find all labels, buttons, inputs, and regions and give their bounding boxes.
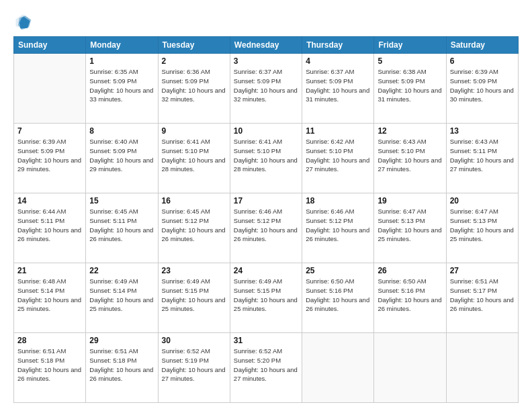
- day-info: Sunrise: 6:35 AM Sunset: 5:09 PM Dayligh…: [89, 67, 154, 104]
- weekday-header-wednesday: Wednesday: [230, 37, 302, 54]
- day-number: 16: [162, 196, 226, 205]
- day-number: 31: [234, 336, 298, 345]
- calendar-cell: 21Sunrise: 6:48 AM Sunset: 5:14 PM Dayli…: [14, 263, 86, 333]
- calendar-cell: 31Sunrise: 6:52 AM Sunset: 5:20 PM Dayli…: [230, 333, 302, 403]
- day-number: 14: [17, 196, 82, 205]
- day-number: 5: [378, 56, 442, 66]
- day-info: Sunrise: 6:46 AM Sunset: 5:12 PM Dayligh…: [306, 207, 370, 244]
- calendar-cell: 18Sunrise: 6:46 AM Sunset: 5:12 PM Dayli…: [302, 193, 374, 263]
- calendar-cell: 1Sunrise: 6:35 AM Sunset: 5:09 PM Daylig…: [86, 54, 158, 124]
- calendar-cell: 30Sunrise: 6:52 AM Sunset: 5:19 PM Dayli…: [158, 333, 230, 403]
- day-number: 9: [162, 126, 226, 136]
- day-number: 25: [306, 266, 370, 275]
- day-number: 30: [162, 336, 226, 345]
- calendar-cell: 15Sunrise: 6:45 AM Sunset: 5:11 PM Dayli…: [86, 193, 158, 263]
- weekday-header-thursday: Thursday: [302, 37, 374, 54]
- day-info: Sunrise: 6:49 AM Sunset: 5:15 PM Dayligh…: [234, 277, 298, 314]
- day-number: 21: [17, 266, 82, 275]
- calendar-cell: [446, 333, 518, 403]
- calendar-week-1: 7Sunrise: 6:39 AM Sunset: 5:09 PM Daylig…: [14, 124, 519, 193]
- calendar-cell: 19Sunrise: 6:47 AM Sunset: 5:13 PM Dayli…: [374, 193, 446, 263]
- day-number: 27: [450, 266, 515, 275]
- day-info: Sunrise: 6:39 AM Sunset: 5:09 PM Dayligh…: [450, 67, 515, 104]
- day-info: Sunrise: 6:51 AM Sunset: 5:18 PM Dayligh…: [17, 347, 82, 383]
- day-info: Sunrise: 6:43 AM Sunset: 5:10 PM Dayligh…: [378, 137, 442, 174]
- day-info: Sunrise: 6:52 AM Sunset: 5:19 PM Dayligh…: [162, 347, 226, 383]
- calendar-cell: [14, 54, 86, 124]
- calendar-cell: 2Sunrise: 6:36 AM Sunset: 5:09 PM Daylig…: [158, 54, 230, 124]
- calendar-cell: 24Sunrise: 6:49 AM Sunset: 5:15 PM Dayli…: [230, 263, 302, 333]
- day-info: Sunrise: 6:51 AM Sunset: 5:18 PM Dayligh…: [89, 347, 154, 383]
- page: SundayMondayTuesdayWednesdayThursdayFrid…: [0, 0, 532, 411]
- day-number: 11: [306, 126, 370, 136]
- day-number: 8: [89, 126, 154, 136]
- day-number: 12: [378, 126, 442, 136]
- calendar-week-2: 14Sunrise: 6:44 AM Sunset: 5:11 PM Dayli…: [14, 193, 519, 263]
- calendar-cell: 3Sunrise: 6:37 AM Sunset: 5:09 PM Daylig…: [230, 54, 302, 124]
- day-info: Sunrise: 6:40 AM Sunset: 5:09 PM Dayligh…: [89, 137, 154, 174]
- calendar-cell: 14Sunrise: 6:44 AM Sunset: 5:11 PM Dayli…: [14, 193, 86, 263]
- calendar-week-3: 21Sunrise: 6:48 AM Sunset: 5:14 PM Dayli…: [14, 263, 519, 333]
- day-info: Sunrise: 6:37 AM Sunset: 5:09 PM Dayligh…: [306, 67, 370, 104]
- calendar-cell: 29Sunrise: 6:51 AM Sunset: 5:18 PM Dayli…: [86, 333, 158, 403]
- day-number: 6: [450, 56, 515, 66]
- day-number: 23: [162, 266, 226, 275]
- calendar-cell: 25Sunrise: 6:50 AM Sunset: 5:16 PM Dayli…: [302, 263, 374, 333]
- calendar-cell: 9Sunrise: 6:41 AM Sunset: 5:10 PM Daylig…: [158, 124, 230, 193]
- day-info: Sunrise: 6:42 AM Sunset: 5:10 PM Dayligh…: [306, 137, 370, 174]
- day-number: 19: [378, 196, 442, 205]
- calendar-week-4: 28Sunrise: 6:51 AM Sunset: 5:18 PM Dayli…: [14, 333, 519, 403]
- day-info: Sunrise: 6:41 AM Sunset: 5:10 PM Dayligh…: [234, 137, 298, 174]
- calendar-cell: 4Sunrise: 6:37 AM Sunset: 5:09 PM Daylig…: [302, 54, 374, 124]
- day-number: 20: [450, 196, 515, 205]
- day-info: Sunrise: 6:49 AM Sunset: 5:15 PM Dayligh…: [162, 277, 226, 314]
- day-info: Sunrise: 6:47 AM Sunset: 5:13 PM Dayligh…: [450, 207, 515, 244]
- day-info: Sunrise: 6:45 AM Sunset: 5:12 PM Dayligh…: [162, 207, 226, 244]
- day-number: 2: [162, 56, 226, 66]
- day-info: Sunrise: 6:49 AM Sunset: 5:14 PM Dayligh…: [89, 277, 154, 314]
- weekday-header-saturday: Saturday: [446, 37, 518, 54]
- calendar-cell: 26Sunrise: 6:50 AM Sunset: 5:16 PM Dayli…: [374, 263, 446, 333]
- day-info: Sunrise: 6:43 AM Sunset: 5:11 PM Dayligh…: [450, 137, 515, 174]
- day-number: 26: [378, 266, 442, 275]
- calendar-cell: 23Sunrise: 6:49 AM Sunset: 5:15 PM Dayli…: [158, 263, 230, 333]
- day-number: 7: [17, 126, 82, 136]
- calendar-cell: 28Sunrise: 6:51 AM Sunset: 5:18 PM Dayli…: [14, 333, 86, 403]
- day-info: Sunrise: 6:47 AM Sunset: 5:13 PM Dayligh…: [378, 207, 442, 244]
- day-number: 10: [234, 126, 298, 136]
- calendar-cell: 6Sunrise: 6:39 AM Sunset: 5:09 PM Daylig…: [446, 54, 518, 124]
- logo-icon: [13, 12, 32, 31]
- calendar-cell: [374, 333, 446, 403]
- day-number: 1: [89, 56, 154, 66]
- day-info: Sunrise: 6:46 AM Sunset: 5:12 PM Dayligh…: [234, 207, 298, 244]
- calendar-cell: 20Sunrise: 6:47 AM Sunset: 5:13 PM Dayli…: [446, 193, 518, 263]
- day-info: Sunrise: 6:45 AM Sunset: 5:11 PM Dayligh…: [89, 207, 154, 244]
- day-info: Sunrise: 6:38 AM Sunset: 5:09 PM Dayligh…: [378, 67, 442, 104]
- day-number: 17: [234, 196, 298, 205]
- calendar-header-row: SundayMondayTuesdayWednesdayThursdayFrid…: [14, 37, 519, 54]
- day-number: 18: [306, 196, 370, 205]
- calendar-cell: 13Sunrise: 6:43 AM Sunset: 5:11 PM Dayli…: [446, 124, 518, 193]
- logo: [13, 12, 35, 31]
- calendar-cell: 22Sunrise: 6:49 AM Sunset: 5:14 PM Dayli…: [86, 263, 158, 333]
- day-info: Sunrise: 6:41 AM Sunset: 5:10 PM Dayligh…: [162, 137, 226, 174]
- calendar-cell: 27Sunrise: 6:51 AM Sunset: 5:17 PM Dayli…: [446, 263, 518, 333]
- day-info: Sunrise: 6:48 AM Sunset: 5:14 PM Dayligh…: [17, 277, 82, 314]
- weekday-header-sunday: Sunday: [14, 37, 86, 54]
- day-info: Sunrise: 6:39 AM Sunset: 5:09 PM Dayligh…: [17, 137, 82, 174]
- day-info: Sunrise: 6:36 AM Sunset: 5:09 PM Dayligh…: [162, 67, 226, 104]
- weekday-header-monday: Monday: [86, 37, 158, 54]
- calendar-cell: 10Sunrise: 6:41 AM Sunset: 5:10 PM Dayli…: [230, 124, 302, 193]
- calendar-week-0: 1Sunrise: 6:35 AM Sunset: 5:09 PM Daylig…: [14, 54, 519, 124]
- day-number: 3: [234, 56, 298, 66]
- calendar-cell: 12Sunrise: 6:43 AM Sunset: 5:10 PM Dayli…: [374, 124, 446, 193]
- day-info: Sunrise: 6:50 AM Sunset: 5:16 PM Dayligh…: [378, 277, 442, 314]
- header: [13, 12, 519, 31]
- day-info: Sunrise: 6:50 AM Sunset: 5:16 PM Dayligh…: [306, 277, 370, 314]
- day-number: 28: [17, 336, 82, 345]
- day-number: 15: [89, 196, 154, 205]
- calendar-cell: 17Sunrise: 6:46 AM Sunset: 5:12 PM Dayli…: [230, 193, 302, 263]
- day-number: 29: [89, 336, 154, 345]
- day-info: Sunrise: 6:52 AM Sunset: 5:20 PM Dayligh…: [234, 347, 298, 383]
- weekday-header-friday: Friday: [374, 37, 446, 54]
